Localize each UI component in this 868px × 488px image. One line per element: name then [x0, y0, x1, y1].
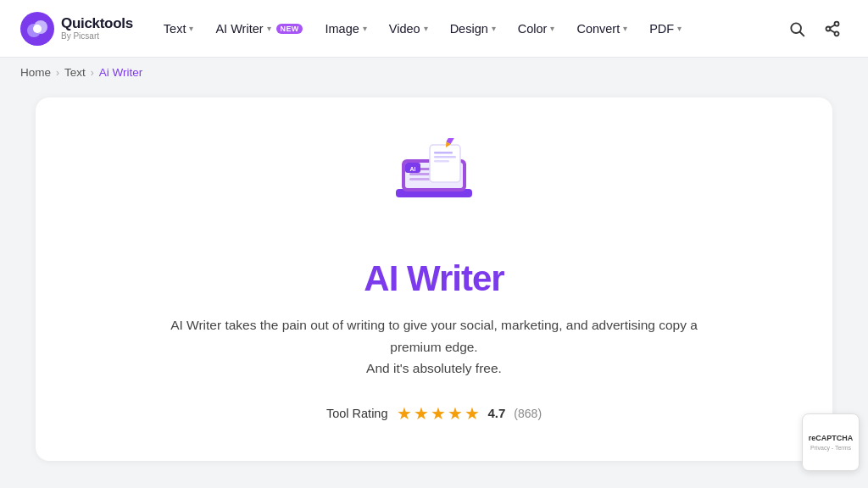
- star-2: ★: [414, 403, 429, 424]
- nav-pdf-label: PDF: [649, 22, 674, 36]
- svg-rect-21: [434, 156, 456, 158]
- nav-pdf-chevron: ▾: [677, 24, 682, 33]
- nav-video-chevron: ▾: [424, 24, 428, 33]
- search-icon: [788, 20, 805, 37]
- nav-design[interactable]: Design ▾: [442, 17, 504, 41]
- star-rating: ★ ★ ★ ★ ★: [397, 403, 480, 424]
- logo[interactable]: Quicktools By Picsart: [20, 12, 133, 46]
- nav-pdf[interactable]: PDF ▾: [641, 17, 690, 41]
- nav-text-label: Text: [164, 22, 186, 36]
- star-5: ★: [465, 403, 480, 424]
- svg-line-9: [830, 30, 835, 32]
- nav-color[interactable]: Color ▾: [509, 17, 564, 41]
- nav-convert-label: Convert: [576, 22, 620, 36]
- breadcrumb-text[interactable]: Text: [64, 66, 86, 79]
- card-title: AI Writer: [70, 258, 798, 299]
- nav-ai-writer-chevron: ▾: [267, 24, 271, 33]
- rating-value: 4.7: [488, 406, 506, 420]
- share-icon: [824, 20, 841, 37]
- breadcrumb-home[interactable]: Home: [20, 66, 51, 79]
- star-4: ★: [448, 403, 463, 424]
- svg-rect-20: [434, 152, 453, 154]
- nav-image[interactable]: Image ▾: [316, 17, 375, 41]
- card-desc-line1: AI Writer takes the pain out of writing …: [170, 318, 698, 354]
- nav-design-chevron: ▾: [492, 24, 496, 33]
- breadcrumb-sep-1: ›: [56, 67, 59, 79]
- svg-text:AI: AI: [410, 166, 416, 172]
- rating-label: Tool Rating: [326, 407, 388, 420]
- nav-color-label: Color: [518, 22, 548, 36]
- rating-count: (868): [514, 407, 542, 420]
- star-3: ★: [431, 403, 446, 424]
- nav-color-chevron: ▾: [550, 24, 554, 33]
- card-desc-line2: And it's absolutely free.: [366, 361, 502, 375]
- recaptcha-terms: Privacy - Terms: [810, 445, 851, 451]
- nav-convert[interactable]: Convert ▾: [568, 17, 636, 41]
- share-button[interactable]: [817, 14, 848, 44]
- search-button[interactable]: [782, 14, 812, 44]
- nav-ai-writer-badge: New: [276, 24, 303, 34]
- main-card: AI AI Writer AI Writer takes the pain ou…: [36, 97, 832, 461]
- svg-line-5: [800, 31, 804, 36]
- logo-title: Quicktools: [61, 16, 133, 32]
- breadcrumb: Home › Text › Ai Writer: [0, 58, 868, 87]
- svg-rect-22: [434, 160, 449, 163]
- recaptcha-title: reCAPTCHA: [809, 434, 854, 442]
- ai-writer-illustration: AI: [383, 138, 485, 231]
- navbar: Quicktools By Picsart Text ▾ AI Writer ▾…: [0, 0, 868, 58]
- quicktools-logo-icon: [20, 12, 54, 46]
- svg-rect-19: [430, 145, 460, 182]
- card-description: AI Writer takes the pain out of writing …: [154, 314, 714, 380]
- star-1: ★: [397, 403, 412, 424]
- svg-line-10: [830, 25, 835, 27]
- breadcrumb-current: Ai Writer: [99, 66, 143, 79]
- nav-text[interactable]: Text ▾: [155, 17, 203, 41]
- svg-point-3: [33, 25, 42, 33]
- nav-convert-chevron: ▾: [623, 24, 627, 33]
- nav-image-chevron: ▾: [363, 24, 367, 33]
- nav-ai-writer[interactable]: AI Writer ▾ New: [207, 17, 311, 41]
- logo-subtitle: By Picsart: [61, 31, 133, 41]
- recaptcha-widget: reCAPTCHA Privacy - Terms: [802, 413, 860, 471]
- nav-text-chevron: ▾: [189, 24, 193, 33]
- nav-ai-writer-label: AI Writer: [215, 22, 263, 36]
- nav-image-label: Image: [325, 22, 359, 36]
- rating-row: Tool Rating ★ ★ ★ ★ ★ 4.7 (868): [70, 403, 798, 424]
- nav-video-label: Video: [389, 22, 420, 36]
- main-content: AI AI Writer AI Writer takes the pain ou…: [0, 87, 868, 488]
- breadcrumb-sep-2: ›: [91, 67, 94, 79]
- nav-design-label: Design: [450, 22, 488, 36]
- nav-video[interactable]: Video ▾: [381, 17, 437, 41]
